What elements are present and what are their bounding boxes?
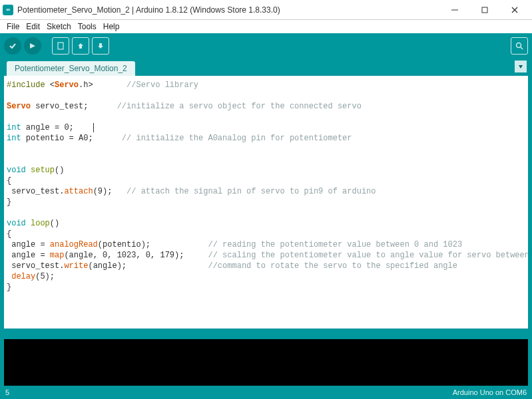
status-line-number: 5 — [5, 388, 9, 396]
minimize-button[interactable] — [439, 1, 469, 19]
tab-bar: Potentiometer_Servo_Motion_2 — [0, 59, 532, 76]
status-bar: 5 Arduino Uno on COM6 — [0, 386, 532, 399]
window-title: Potentiometer_Servo_Motion_2 | Arduino 1… — [17, 5, 439, 15]
sketch-tab[interactable]: Potentiometer_Servo_Motion_2 — [7, 61, 135, 76]
menu-edit[interactable]: Edit — [23, 21, 43, 32]
code-editor[interactable]: #include <Servo.h> //Servo library Servo… — [0, 76, 532, 329]
svg-marker-10 — [519, 65, 523, 68]
verify-button[interactable] — [4, 37, 21, 55]
text-cursor — [93, 123, 94, 132]
output-console[interactable] — [0, 339, 532, 386]
svg-point-8 — [517, 43, 521, 48]
code-content[interactable]: #include <Servo.h> //Servo library Servo… — [7, 80, 525, 293]
menu-sketch[interactable]: Sketch — [44, 21, 74, 32]
svg-marker-4 — [30, 43, 35, 49]
upload-button[interactable] — [24, 37, 41, 55]
toolbar — [0, 33, 532, 59]
maximize-button[interactable] — [469, 1, 499, 19]
svg-rect-1 — [482, 7, 487, 13]
arduino-app-icon: ∞ — [3, 5, 13, 15]
status-board-port: Arduino Uno on COM6 — [453, 388, 527, 396]
menu-bar: File Edit Sketch Tools Help — [0, 20, 532, 33]
svg-marker-7 — [98, 43, 103, 49]
serial-monitor-button[interactable] — [511, 37, 528, 55]
save-sketch-button[interactable] — [92, 37, 109, 55]
menu-help[interactable]: Help — [101, 21, 123, 32]
window-titlebar: ∞ Potentiometer_Servo_Motion_2 | Arduino… — [0, 0, 532, 20]
close-button[interactable] — [499, 1, 529, 19]
svg-line-9 — [521, 47, 523, 49]
editor-console-divider[interactable] — [0, 329, 532, 339]
new-sketch-button[interactable] — [52, 37, 69, 55]
window-controls — [439, 1, 529, 19]
tab-menu-button[interactable] — [515, 61, 527, 72]
open-sketch-button[interactable] — [72, 37, 89, 55]
menu-tools[interactable]: Tools — [75, 21, 99, 32]
menu-file[interactable]: File — [4, 21, 22, 32]
svg-marker-6 — [78, 43, 83, 49]
svg-rect-5 — [58, 43, 63, 49]
